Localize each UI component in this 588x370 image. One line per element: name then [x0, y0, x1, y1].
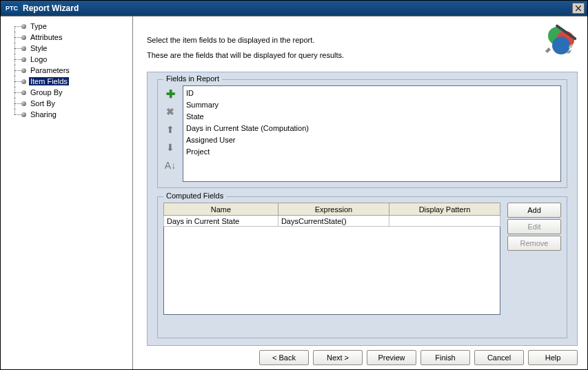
bullet-icon — [21, 79, 26, 84]
computed-fields-legend: Computed Fields — [163, 192, 226, 200]
field-list-item[interactable]: Project — [186, 146, 558, 158]
cell-display-pattern — [389, 216, 500, 227]
remove-computed-button[interactable]: Remove — [507, 236, 561, 251]
sidebar-item-label: Parameters — [29, 66, 71, 74]
sidebar-item-label: Type — [29, 22, 48, 30]
field-list-item[interactable]: Days in Current State (Computation) — [186, 123, 558, 134]
tree-connector — [9, 87, 21, 98]
sidebar-item-parameters[interactable]: Parameters — [9, 65, 130, 76]
arrow-up-icon: ⬆ — [166, 124, 174, 135]
fields-in-report-group: Fields in Report ✚ ✖ ⬆ — [157, 79, 567, 188]
tree-connector — [9, 32, 21, 43]
move-down-button[interactable]: ⬇ — [165, 142, 176, 153]
wizard-icon — [542, 23, 578, 59]
move-up-button[interactable]: ⬆ — [165, 124, 176, 135]
sidebar-item-label: Logo — [29, 55, 48, 63]
fields-in-report-legend: Fields in Report — [163, 74, 222, 83]
sidebar-item-label: Attributes — [29, 33, 63, 41]
wizard-steps-sidebar: TypeAttributesStyleLogoParametersItem Fi… — [1, 17, 133, 369]
finish-button[interactable]: Finish — [420, 350, 470, 365]
report-wizard-window: PTC Report Wizard TypeAttributesStyleLog… — [0, 0, 588, 370]
computed-table-empty-area[interactable] — [163, 227, 500, 315]
field-list-item[interactable]: State — [186, 111, 558, 123]
computed-buttons: Add Edit Remove — [507, 203, 561, 315]
sidebar-item-logo[interactable]: Logo — [9, 54, 130, 65]
wizard-button-bar: < Back Next > Preview Finish Cancel Help — [133, 346, 587, 369]
wizard-steps-tree: TypeAttributesStyleLogoParametersItem Fi… — [3, 21, 130, 120]
sidebar-item-label: Item Fields — [29, 77, 69, 85]
bullet-icon — [21, 90, 26, 95]
sidebar-item-type[interactable]: Type — [9, 21, 130, 32]
column-name[interactable]: Name — [164, 203, 278, 216]
sidebar-item-group-by[interactable]: Group By — [9, 87, 130, 98]
cell-expression: DaysCurrentState() — [278, 216, 389, 227]
tree-connector — [9, 43, 21, 54]
window-title: Report Wizard — [23, 3, 572, 13]
edit-computed-button[interactable]: Edit — [507, 219, 561, 234]
bullet-icon — [21, 112, 26, 117]
cell-name: Days in Current State — [164, 216, 278, 227]
bullet-icon — [21, 35, 26, 40]
svg-point-2 — [552, 37, 570, 54]
sidebar-item-item-fields[interactable]: Item Fields — [9, 76, 130, 87]
bullet-icon — [21, 57, 26, 62]
header-text: Select the item fields to be displayed i… — [147, 23, 535, 66]
sort-icon: A↓ — [165, 160, 176, 171]
computed-fields-table[interactable]: Name Expression Display Pattern Days in … — [163, 203, 500, 227]
sidebar-item-label: Sharing — [29, 110, 58, 119]
table-row[interactable]: Days in Current StateDaysCurrentState() — [164, 216, 500, 227]
remove-field-button[interactable]: ✖ — [165, 106, 176, 117]
help-button[interactable]: Help — [528, 350, 578, 365]
add-field-button[interactable]: ✚ — [165, 88, 176, 99]
tree-connector — [9, 54, 21, 65]
sidebar-item-label: Style — [29, 44, 48, 52]
close-button[interactable] — [572, 3, 585, 14]
cancel-button[interactable]: Cancel — [474, 350, 524, 365]
preview-button[interactable]: Preview — [367, 350, 416, 365]
main-header: Select the item fields to be displayed i… — [133, 17, 587, 72]
back-button[interactable]: < Back — [259, 350, 309, 365]
bullet-icon — [21, 46, 26, 51]
column-expression[interactable]: Expression — [278, 203, 389, 216]
column-display-pattern[interactable]: Display Pattern — [389, 203, 500, 216]
tree-connector — [9, 98, 21, 109]
field-list-item[interactable]: ID — [186, 88, 558, 99]
header-instruction: Select the item fields to be displayed i… — [147, 36, 535, 44]
content-area: TypeAttributesStyleLogoParametersItem Fi… — [1, 16, 587, 369]
header-description: These are the fields that will be displa… — [147, 51, 535, 59]
computed-fields-group: Computed Fields Name Expression Display … — [157, 196, 567, 338]
field-tools: ✚ ✖ ⬆ ⬇ A↓ — [163, 85, 177, 182]
main-panel: Select the item fields to be displayed i… — [133, 17, 587, 369]
close-icon — [576, 6, 581, 11]
tree-connector — [9, 21, 21, 32]
bullet-icon — [21, 101, 26, 106]
sidebar-item-label: Sort By — [29, 99, 57, 107]
sidebar-item-attributes[interactable]: Attributes — [9, 32, 130, 43]
titlebar: PTC Report Wizard — [1, 1, 587, 16]
x-icon: ✖ — [166, 106, 174, 117]
tree-connector — [9, 109, 21, 120]
computed-table-wrap: Name Expression Display Pattern Days in … — [163, 203, 500, 315]
sort-fields-button[interactable]: A↓ — [165, 160, 176, 171]
arrow-down-icon: ⬇ — [166, 142, 174, 153]
add-computed-button[interactable]: Add — [507, 203, 561, 218]
next-button[interactable]: Next > — [313, 350, 363, 365]
brand-badge: PTC — [3, 4, 20, 12]
svg-marker-4 — [545, 48, 551, 53]
sidebar-item-sharing[interactable]: Sharing — [9, 109, 130, 120]
sidebar-item-label: Group By — [29, 88, 63, 96]
sidebar-item-sort-by[interactable]: Sort By — [9, 98, 130, 109]
main-body: Fields in Report ✚ ✖ ⬆ — [147, 72, 578, 346]
tree-connector — [9, 65, 21, 76]
field-list-item[interactable]: Assigned User — [186, 134, 558, 146]
fields-listbox[interactable]: IDSummaryStateDays in Current State (Com… — [183, 85, 561, 182]
tree-connector — [9, 76, 21, 87]
bullet-icon — [21, 24, 26, 29]
bullet-icon — [21, 68, 26, 73]
sidebar-item-style[interactable]: Style — [9, 43, 130, 54]
plus-icon: ✚ — [166, 88, 175, 101]
field-list-item[interactable]: Summary — [186, 99, 558, 111]
